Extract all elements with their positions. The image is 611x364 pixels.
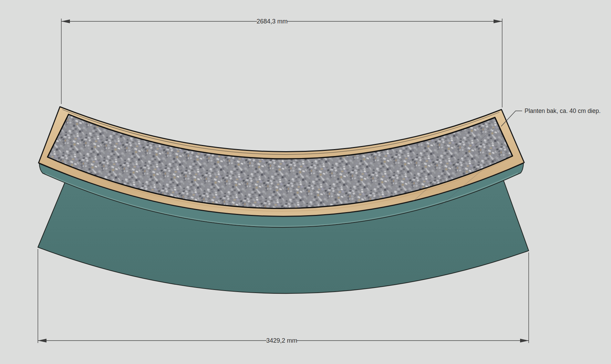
drawing-page: 2684,3 mm 3429,2 mm Planten bak, ca. 40 … bbox=[0, 0, 611, 364]
dimension-bottom-label: 3429,2 mm bbox=[266, 337, 297, 344]
dimension-top-label: 2684,3 mm bbox=[257, 18, 288, 25]
annotation-label: Planten bak, ca. 40 cm diep. bbox=[525, 107, 601, 114]
planter-technical-drawing: 2684,3 mm 3429,2 mm Planten bak, ca. 40 … bbox=[0, 0, 611, 364]
